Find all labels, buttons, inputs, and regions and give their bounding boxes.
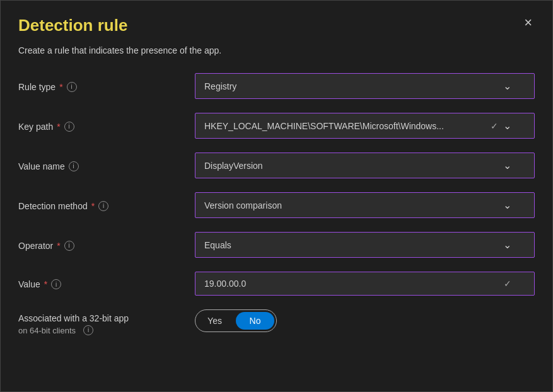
value-name-value: DisplayVersion xyxy=(204,161,263,171)
operator-label: Operator xyxy=(18,241,53,251)
detection-method-info-icon[interactable]: i xyxy=(98,201,108,211)
dialog-subtitle: Create a rule that indicates the presenc… xyxy=(18,45,535,55)
associated-32bit-row: Associated with a 32-bit app on 64-bit c… xyxy=(18,309,535,335)
associated-32bit-label: Associated with a 32-bit app xyxy=(18,313,129,323)
value-dropdown[interactable]: 19.00.00.0 ✓ xyxy=(195,272,535,296)
value-name-chevron-icon: ⌄ xyxy=(503,159,511,171)
operator-row: Operator * i Equals ⌄ xyxy=(18,232,535,258)
detection-method-chevron-icon: ⌄ xyxy=(503,199,511,211)
rule-type-control: Registry ⌄ xyxy=(195,73,535,99)
key-path-chevron-icon: ⌄ xyxy=(503,120,511,132)
value-row: Value * i 19.00.00.0 ✓ xyxy=(18,272,535,296)
key-path-control: HKEY_LOCAL_MACHINE\SOFTWARE\Microsoft\Wi… xyxy=(195,113,535,139)
detection-method-dropdown[interactable]: Version comparison ⌄ xyxy=(195,192,535,218)
associated-32bit-control: Yes No xyxy=(195,309,535,332)
operator-info-icon[interactable]: i xyxy=(64,241,74,251)
value-name-dropdown[interactable]: DisplayVersion ⌄ xyxy=(195,153,535,178)
value-name-label-col: Value name i xyxy=(18,160,195,171)
rule-type-value: Registry xyxy=(204,81,236,91)
operator-label-col: Operator * i xyxy=(18,239,195,251)
value-name-info-icon[interactable]: i xyxy=(69,161,79,171)
dialog-header: Detection rule × xyxy=(1,1,552,45)
operator-required: * xyxy=(57,241,60,251)
associated-32bit-label-sub: on 64-bit clients xyxy=(18,326,76,335)
value-control: 19.00.00.0 ✓ xyxy=(195,272,535,296)
value-name-row: Value name i DisplayVersion ⌄ xyxy=(18,153,535,178)
detection-method-required: * xyxy=(91,201,95,211)
rule-type-label: Rule type xyxy=(18,82,55,92)
value-name-control: DisplayVersion ⌄ xyxy=(195,153,535,178)
close-button[interactable]: × xyxy=(521,16,535,30)
yes-no-toggle[interactable]: Yes No xyxy=(195,309,277,332)
rule-type-chevron-icon: ⌄ xyxy=(503,80,511,92)
operator-chevron-icon: ⌄ xyxy=(503,239,511,251)
value-check-icon: ✓ xyxy=(504,279,511,289)
detection-method-row: Detection method * i Version comparison … xyxy=(18,192,535,218)
associated-32bit-info-icon[interactable]: i xyxy=(83,325,93,335)
key-path-dropdown[interactable]: HKEY_LOCAL_MACHINE\SOFTWARE\Microsoft\Wi… xyxy=(195,113,535,139)
operator-value: Equals xyxy=(204,240,231,250)
rule-type-required: * xyxy=(59,82,62,92)
dialog-title: Detection rule xyxy=(18,16,127,35)
detection-method-value: Version comparison xyxy=(204,200,282,210)
associated-32bit-label-col: Associated with a 32-bit app on 64-bit c… xyxy=(18,309,195,335)
rule-type-label-col: Rule type * i xyxy=(18,81,195,92)
value-required: * xyxy=(44,279,47,289)
value-info-icon[interactable]: i xyxy=(51,279,61,289)
value-label: Value xyxy=(18,279,40,289)
key-path-row: Key path * i HKEY_LOCAL_MACHINE\SOFTWARE… xyxy=(18,113,535,139)
detection-rule-dialog: Detection rule × Create a rule that indi… xyxy=(0,0,553,392)
detection-method-control: Version comparison ⌄ xyxy=(195,192,535,218)
rule-type-info-icon[interactable]: i xyxy=(67,82,77,92)
rule-type-dropdown[interactable]: Registry ⌄ xyxy=(195,73,535,99)
dialog-body: Create a rule that indicates the presenc… xyxy=(1,45,552,367)
operator-dropdown[interactable]: Equals ⌄ xyxy=(195,232,535,258)
key-path-check-icon: ✓ xyxy=(491,121,498,131)
value-name-label: Value name xyxy=(18,161,65,171)
key-path-value: HKEY_LOCAL_MACHINE\SOFTWARE\Microsoft\Wi… xyxy=(204,121,444,131)
operator-control: Equals ⌄ xyxy=(195,232,535,258)
key-path-required: * xyxy=(57,122,60,132)
key-path-label-col: Key path * i xyxy=(18,120,195,132)
key-path-info-icon[interactable]: i xyxy=(64,122,74,132)
yes-toggle-option[interactable]: Yes xyxy=(195,310,234,331)
detection-method-label: Detection method xyxy=(18,201,88,211)
value-value: 19.00.00.0 xyxy=(204,279,246,289)
rule-type-row: Rule type * i Registry ⌄ xyxy=(18,73,535,99)
value-label-col: Value * i xyxy=(18,278,195,289)
no-toggle-option[interactable]: No xyxy=(236,312,274,330)
detection-method-label-col: Detection method * i xyxy=(18,200,195,211)
key-path-label: Key path xyxy=(18,122,53,132)
